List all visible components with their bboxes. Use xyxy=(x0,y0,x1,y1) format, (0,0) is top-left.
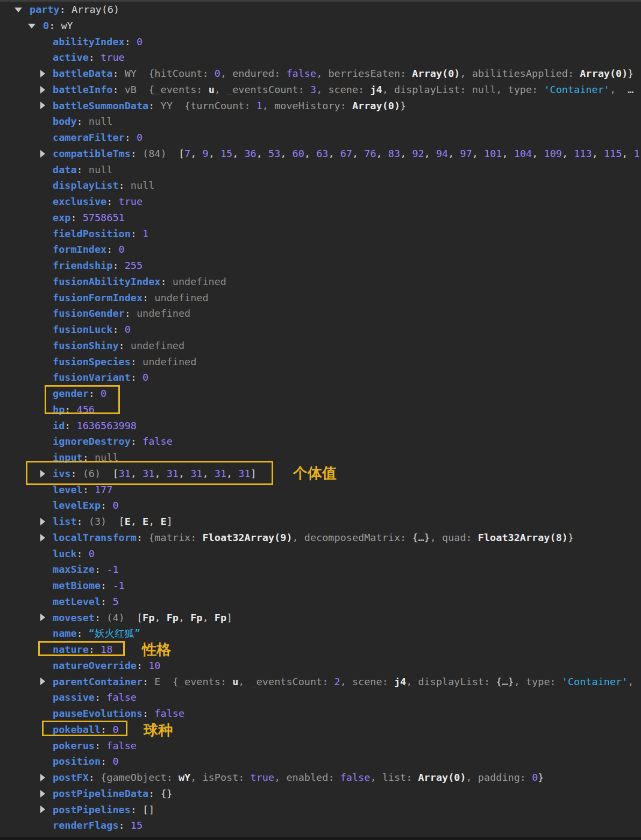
disclosure-triangle-down-icon[interactable] xyxy=(15,8,22,12)
tree-row-postFX[interactable]: postFX: {gameObject: wY, isPost: true, e… xyxy=(0,770,641,786)
disclosure-triangle-right-icon[interactable] xyxy=(40,86,45,94)
property-value-part: , xyxy=(148,516,160,527)
highlight-box-ivs xyxy=(26,461,273,485)
disclosure-triangle-right-icon[interactable] xyxy=(40,806,45,813)
property-value-part: : xyxy=(112,324,124,335)
property-value-part: {} xyxy=(161,788,173,799)
tree-row-luck: luck: 0 xyxy=(0,546,641,562)
property-value-part: Array(0) xyxy=(418,772,466,783)
property-value-part: false xyxy=(154,708,184,719)
property-value-part: , xyxy=(209,148,220,159)
tree-row-ignoreDestroy: ignoreDestroy: false xyxy=(0,433,641,450)
tree-row-fusionShiny: fusionShiny: undefined xyxy=(0,338,641,354)
property-value-part: : xyxy=(131,372,143,383)
property-value-part: E xyxy=(143,516,148,527)
property-value-part: false xyxy=(106,692,137,703)
property-key: body xyxy=(53,116,77,127)
tree-row-party[interactable]: party: Array(6) xyxy=(0,2,641,18)
property-value-part: } xyxy=(400,100,406,111)
property-value-part: null xyxy=(472,84,496,95)
property-value-part: Float32Array(9) xyxy=(202,532,292,543)
tree-row-compatibleTms[interactable]: compatibleTms: (84) [7, 9, 15, 36, 53, 6… xyxy=(0,146,641,162)
tree-row-fusionAbilityIndex: fusionAbilityIndex: undefined xyxy=(0,274,641,290)
tree-row-postPipelines[interactable]: postPipelines: [] xyxy=(0,802,641,818)
property-key: passive xyxy=(53,692,95,703)
property-value-part: : xyxy=(106,196,118,207)
console-bottom-divider xyxy=(0,837,641,840)
property-value-part: 7 xyxy=(184,148,190,159)
property-value-part: 0 xyxy=(112,500,118,511)
disclosure-triangle-right-icon[interactable] xyxy=(40,534,45,542)
property-value-part: Array(0) xyxy=(352,100,400,111)
property-value-part: false xyxy=(106,740,137,751)
tree-row-data: data: null xyxy=(0,162,641,178)
property-value-part: {matrix: xyxy=(148,532,202,543)
property-value-part: : xyxy=(112,260,124,271)
tree-row-exclusive: exclusive: true xyxy=(0,194,641,210)
disclosure-triangle-right-icon[interactable] xyxy=(40,70,45,77)
tree-row-pokerus: pokerus: false xyxy=(0,738,641,754)
property-value-part: , padding: xyxy=(466,772,532,783)
tree-row-active: active: true xyxy=(0,49,641,66)
property-value-part: false xyxy=(340,772,371,783)
property-value-part: 0 xyxy=(119,244,125,255)
tree-row-battleSummonData[interactable]: battleSummonData: YY {turnCount: 1, move… xyxy=(0,98,641,114)
property-value-part: WY xyxy=(125,68,137,79)
property-value-part: : xyxy=(106,244,118,255)
property-value-part: YY xyxy=(161,100,173,111)
property-value-part: : xyxy=(137,532,148,543)
property-value-part: 'Container' xyxy=(562,676,628,687)
property-value-part: : xyxy=(143,676,154,687)
tree-row-battleData[interactable]: battleData: WY {hitCount: 0, endured: fa… xyxy=(0,66,641,82)
tree-row-localTransform[interactable]: localTransform: {matrix: Float32Array(9)… xyxy=(0,530,641,546)
property-value-part: : xyxy=(112,68,124,79)
property-key: battleSummonData xyxy=(53,100,148,111)
tree-row-parentContainer[interactable]: parentContainer: E {_events: u, _eventsC… xyxy=(0,674,641,690)
property-key: fusionSpecies xyxy=(53,356,131,367)
disclosure-triangle-right-icon[interactable] xyxy=(40,518,45,525)
tree-row-fusionSpecies: fusionSpecies: undefined xyxy=(0,354,641,370)
property-key: fusionFormIndex xyxy=(53,292,143,303)
property-value-part: (3) xyxy=(89,516,106,527)
tree-row-postPipelineData[interactable]: postPipelineData: {} xyxy=(0,786,641,802)
property-value-part: {_events: xyxy=(173,676,232,687)
disclosure-triangle-right-icon[interactable] xyxy=(40,774,45,781)
disclosure-triangle-right-icon[interactable] xyxy=(40,102,45,109)
property-value-part: 5758651 xyxy=(83,212,125,223)
property-value-part: 177 xyxy=(95,484,112,495)
property-value-part: Array(0) xyxy=(412,68,460,79)
property-value-part: , xyxy=(562,148,574,159)
property-key: formIndex xyxy=(53,244,106,255)
property-value-part: , _eventsCount: xyxy=(215,84,310,95)
property-value-part: , xyxy=(448,148,460,159)
property-value-part: undefined xyxy=(143,356,196,367)
property-value-part: : xyxy=(148,788,160,799)
property-value-part: , list: xyxy=(370,772,418,783)
property-key: fusionVariant xyxy=(53,372,131,383)
disclosure-triangle-right-icon[interactable] xyxy=(40,678,45,685)
property-value-part: , xyxy=(400,148,412,159)
property-value-part: : xyxy=(77,628,89,639)
tree-row-battleInfo[interactable]: battleInfo: vB {_events: u, _eventsCount… xyxy=(0,82,641,98)
property-value-part: wY xyxy=(179,772,190,783)
property-value-part: E xyxy=(161,516,167,527)
property-value-part: , xyxy=(610,84,616,95)
property-value-part: : xyxy=(143,708,154,719)
property-value-part: [ xyxy=(125,612,143,623)
property-value-part: , xyxy=(376,148,388,159)
property-key: abilityIndex xyxy=(53,36,125,47)
disclosure-triangle-down-icon[interactable] xyxy=(28,24,35,29)
property-key: natureOverride xyxy=(53,660,137,671)
tree-row-metBiome: metBiome: -1 xyxy=(0,578,641,594)
disclosure-triangle-right-icon[interactable] xyxy=(40,614,45,621)
tree-row-0[interactable]: 0: wY xyxy=(0,18,641,34)
property-value-part: : xyxy=(143,292,154,303)
tree-row-moveset[interactable]: moveset: (4) [Fp, Fp, Fp, Fp] xyxy=(0,610,641,626)
tree-row-list[interactable]: list: (3) [E, E, E] xyxy=(0,514,641,530)
disclosure-triangle-right-icon[interactable] xyxy=(40,150,45,158)
object-tree: party: Array(6)0: wYabilityIndex: 0activ… xyxy=(0,2,641,840)
property-value-part: true xyxy=(119,196,143,207)
disclosure-triangle-right-icon[interactable] xyxy=(40,790,45,798)
property-key: position xyxy=(53,756,101,767)
tree-row-name: name: “妖火红狐” xyxy=(0,625,641,642)
